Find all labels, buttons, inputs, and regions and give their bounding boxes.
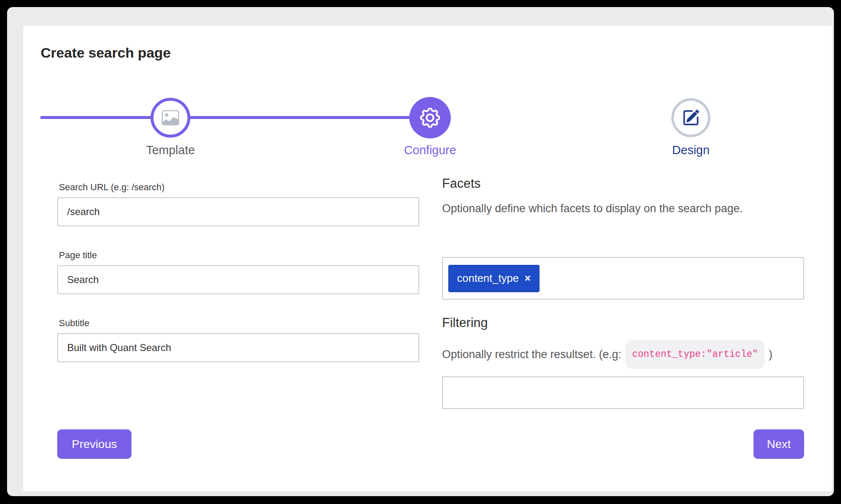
stepper-progress-line <box>40 116 430 119</box>
create-search-page-card: Create search page Template Configure De… <box>23 26 832 491</box>
step-design[interactable] <box>671 98 710 137</box>
step-label-configure[interactable]: Configure <box>368 143 492 157</box>
filtering-description-suffix: ) <box>769 342 773 366</box>
filter-input[interactable] <box>442 376 804 409</box>
facets-description: Optionally define which facets to displa… <box>442 196 770 220</box>
image-icon <box>162 109 179 126</box>
subtitle-label: Subtitle <box>59 318 89 329</box>
gear-icon <box>420 108 440 128</box>
facets-heading: Facets <box>442 176 481 191</box>
step-label-design[interactable]: Design <box>629 143 753 157</box>
filter-code-example: content_type:"article" <box>625 340 765 369</box>
page-title-label: Page title <box>59 250 97 261</box>
step-label-template[interactable]: Template <box>108 143 233 157</box>
page-title: Create search page <box>41 45 171 61</box>
remove-tag-icon[interactable]: × <box>525 273 531 284</box>
facet-tag-label: content_type <box>457 272 519 285</box>
previous-button[interactable]: Previous <box>57 429 131 459</box>
search-url-label: Search URL (e.g: /search) <box>59 182 165 193</box>
filtering-description-prefix: Optionally restrict the resultset. (e.g: <box>442 342 621 366</box>
facet-tag-content-type[interactable]: content_type × <box>448 265 540 292</box>
step-template[interactable] <box>151 98 190 138</box>
step-configure[interactable] <box>409 97 451 138</box>
facets-tag-input[interactable]: content_type × <box>442 257 804 300</box>
filtering-heading: Filtering <box>442 315 488 330</box>
search-url-input[interactable] <box>57 197 419 226</box>
page-title-input[interactable] <box>57 265 419 294</box>
next-button[interactable]: Next <box>753 429 804 459</box>
filtering-description: Optionally restrict the resultset. (e.g:… <box>442 340 824 369</box>
window-shell: Create search page Template Configure De… <box>7 7 834 496</box>
subtitle-input[interactable] <box>57 333 419 362</box>
edit-icon <box>683 109 699 126</box>
